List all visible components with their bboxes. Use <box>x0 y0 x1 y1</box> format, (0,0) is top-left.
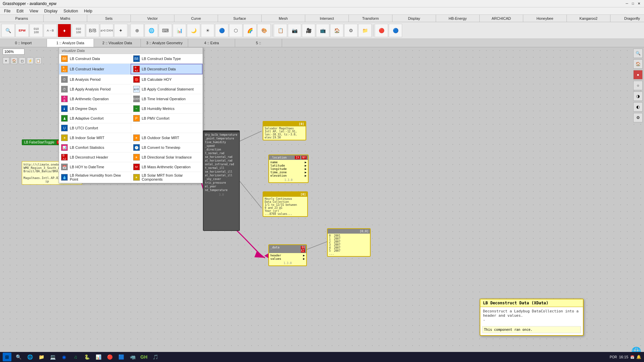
tool-3[interactable]: A→B <box>44 24 57 37</box>
menu-item-directional-solar[interactable]: ☀ LB Directional Solar Irradiance <box>131 153 203 162</box>
menu-item-construct-header[interactable]: BA2 LB Construct Header <box>59 64 130 74</box>
tab-hb-energy[interactable]: HB-Energy <box>436 15 480 22</box>
tool-13[interactable]: 🌙 <box>187 24 200 37</box>
taskbar-folder[interactable]: 📁 <box>37 353 46 361</box>
tab-sets[interactable]: Sets <box>87 15 131 22</box>
menu-item-calculate-hoy[interactable]: 🔴 LB Calculate HOY <box>131 75 203 84</box>
menu-item-apply-analysis-period[interactable]: ⏱ LB Apply Analysis Period <box>59 84 131 94</box>
view-icon-6[interactable]: ◐ <box>633 102 643 112</box>
sec-tab-analyze-data[interactable]: 1 :: Analyze Data <box>47 39 94 47</box>
tool-6[interactable]: B/B <box>86 24 99 37</box>
tool-23[interactable]: 🏠 <box>330 24 343 37</box>
view-icon-1[interactable]: 🔍 <box>633 49 643 58</box>
menu-item-mass-arithmetic[interactable]: M LB Mass Arithmetic Operation <box>131 162 203 172</box>
tool-16[interactable]: ⬡ <box>229 24 243 37</box>
tool-search[interactable]: 🔍 <box>1 24 15 37</box>
tab-surface[interactable]: Surface <box>218 15 262 22</box>
menu-item-convert-timestep[interactable]: 🕐 LB Convert to Timestep <box>131 143 203 152</box>
view-icon-5[interactable]: ◑ <box>633 92 643 101</box>
view-icon-4[interactable]: ○ <box>633 81 643 90</box>
minimize-button[interactable]: ─ <box>625 1 629 6</box>
tab-maths[interactable]: Maths <box>44 15 87 22</box>
window-controls[interactable]: ─ □ ✕ <box>625 1 641 6</box>
add-group-button[interactable]: + <box>3 57 9 64</box>
tab-display[interactable]: Display <box>392 15 436 22</box>
play-button[interactable]: ⚡ <box>27 57 34 64</box>
fit-button[interactable]: ◻ <box>19 57 25 64</box>
taskbar-python[interactable]: 🐍 <box>83 353 91 361</box>
maximize-button[interactable]: □ <box>631 1 635 6</box>
menu-item-construct-data-type[interactable]: B8 LB Construct Data Type <box>131 54 203 63</box>
menu-item-comfort-stats[interactable]: 📊 LB Comfort Statistics <box>59 143 131 152</box>
tab-honeybee[interactable]: Honeybee <box>523 15 567 22</box>
zoom-input[interactable] <box>3 49 24 55</box>
taskbar-app3[interactable]: 🟦 <box>117 353 125 361</box>
tool-10[interactable]: 🌐 <box>145 24 158 37</box>
tool-8[interactable]: ✦ <box>114 24 127 37</box>
taskbar-vscode[interactable]: ◉ <box>60 353 68 361</box>
taskbar-app4[interactable]: 🎵 <box>151 353 160 361</box>
taskbar-gh[interactable]: GH <box>140 353 148 361</box>
tab-kangaroo2[interactable]: Kangaroo2 <box>567 15 610 22</box>
tool-15[interactable]: 🔵 <box>215 24 228 37</box>
menu-help[interactable]: Help <box>82 8 95 14</box>
taskbar-notify[interactable]: 🔔 <box>636 355 641 359</box>
tool-24[interactable]: ⚙ <box>344 24 358 37</box>
taskbar-app1[interactable]: 📊 <box>94 353 103 361</box>
tool-21[interactable]: 🎥 <box>302 24 315 37</box>
tab-mesh[interactable]: Mesh <box>262 15 305 22</box>
taskbar-app2[interactable]: 🔴 <box>105 353 114 361</box>
tool-7[interactable]: a>0 DXH <box>100 24 113 37</box>
menu-edit[interactable]: Edit <box>14 8 26 14</box>
menu-item-deconstruct-data[interactable]: BA2 LB Deconstruct Data <box>130 64 203 74</box>
tool-26[interactable]: 🔴 <box>375 24 388 37</box>
menu-item-utci[interactable]: U LB UTCI Comfort <box>59 123 131 133</box>
tool-25[interactable]: 📁 <box>358 24 372 37</box>
close-button[interactable]: ✕ <box>637 1 641 6</box>
view-icon-3[interactable]: ● <box>633 70 643 79</box>
tab-vector[interactable]: Vector <box>131 15 174 22</box>
menu-item-adaptive-comfort[interactable]: ♟ LB Adaptive Comfort <box>59 114 131 123</box>
start-button[interactable]: ⊞ <box>3 353 11 361</box>
menu-item-construct-data[interactable]: B8 LB Construct Data <box>59 54 131 63</box>
tool-20[interactable]: 📷 <box>288 24 301 37</box>
menu-item-time-interval[interactable]: DXH LB Time Interval Operation <box>131 94 203 104</box>
sec-tab-import[interactable]: 0 :: Import <box>0 39 47 47</box>
menu-item-solar-mrt[interactable]: ☀ LB Solar MRT from Solar Components <box>131 172 203 183</box>
view-icon-2[interactable]: 🏠 <box>633 59 643 69</box>
menu-item-indoor-solar[interactable]: ☀ LB Indoor Solar MRT <box>59 133 131 142</box>
menu-item-arithmetic[interactable]: AB LB Arithmetic Operation <box>59 94 131 104</box>
tab-curve[interactable]: Curve <box>174 15 218 22</box>
menu-item-pmv-comfort[interactable]: P LB PMV Comfort <box>131 114 203 123</box>
menu-display[interactable]: Display <box>42 8 60 14</box>
tool-18[interactable]: 🎨 <box>257 24 271 37</box>
view-icon-7[interactable]: ⚙ <box>633 113 643 122</box>
tool-27[interactable]: 🔵 <box>389 24 402 37</box>
tool-5[interactable]: 010100 <box>72 24 85 37</box>
menu-item-analysis-period[interactable]: ⏱ LB Analysis Period <box>59 75 131 84</box>
menu-solution[interactable]: Solution <box>61 8 80 14</box>
tool-11[interactable]: ⌨ <box>159 24 172 37</box>
tab-transform[interactable]: Transform <box>349 15 392 22</box>
sec-tab-visualize-data[interactable]: 2 :: Visualize Data <box>94 39 141 47</box>
taskbar-spotify[interactable]: ♫ <box>71 353 80 361</box>
tool-17[interactable]: 🌈 <box>243 24 257 37</box>
menu-item-deconstruct-header[interactable]: BA2 LB Deconstruct Header <box>59 153 131 162</box>
menu-view[interactable]: View <box>27 8 41 14</box>
tool-2[interactable]: 010100 <box>30 24 43 37</box>
tab-archicad[interactable]: ARCHICAD <box>480 15 523 22</box>
menu-file[interactable]: File <box>1 8 13 14</box>
menu-item-outdoor-solar[interactable]: ☀ LB Outdoor Solar MRT <box>131 133 203 142</box>
menu-item-humidity[interactable]: ~ LB Humidity Metrics <box>131 104 203 113</box>
tool-22[interactable]: 📺 <box>316 24 329 37</box>
menu-item-degree-days[interactable]: 🌡 LB Degree Days <box>59 104 131 113</box>
tab-params[interactable]: Params <box>0 15 44 22</box>
tab-intersect[interactable]: Intersect <box>305 15 349 22</box>
tool-19[interactable]: 📋 <box>274 24 287 37</box>
copy-button[interactable]: 📋 <box>35 57 42 64</box>
menu-item-hoy-datetime[interactable]: 📅 LB HOY to DateTime <box>59 162 131 172</box>
tool-1[interactable]: EPW <box>15 24 29 37</box>
tool-14[interactable]: ☀ <box>201 24 214 37</box>
home-button[interactable]: 🏠 <box>11 57 17 64</box>
menu-item-apply-conditional[interactable]: a>0 LB Apply Conditional Statement <box>131 84 203 94</box>
